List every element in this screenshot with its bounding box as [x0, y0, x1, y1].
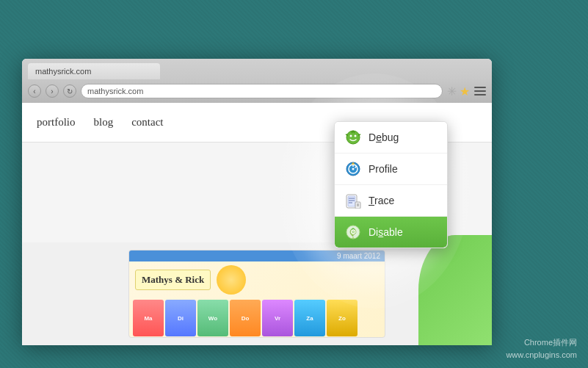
- footer-line2: www.cnplugins.com: [506, 349, 577, 361]
- svg-point-1: [350, 135, 352, 137]
- calendar-image: 9 maart 2012 Mathys & Rick Ma Di Wo Do V…: [128, 250, 385, 338]
- calendar-day: Do: [230, 300, 261, 336]
- trace-icon: [345, 192, 361, 209]
- green-blob: [418, 235, 492, 345]
- calendar-day: Ma: [133, 300, 164, 336]
- browser-toolbar: ‹ › ↻ mathysrick.com ✳ ★: [22, 79, 492, 103]
- browser-chrome: mathysrick.com ‹ › ↻ mathysrick.com ✳ ★: [22, 59, 492, 103]
- dropdown-menu: Debug Profile: [334, 121, 448, 248]
- dropdown-item-disable[interactable]: ⚙ Disable: [335, 217, 447, 248]
- calendar-day: Za: [294, 300, 325, 336]
- calendar-day: Di: [165, 300, 196, 336]
- forward-button[interactable]: ›: [46, 84, 59, 98]
- profile-label: Profile: [369, 163, 398, 175]
- bookmark-star-icon[interactable]: ★: [460, 84, 470, 98]
- svg-point-21: [352, 237, 354, 239]
- svg-line-5: [346, 134, 348, 135]
- nav-item-contact[interactable]: contact: [131, 116, 163, 129]
- address-bar[interactable]: mathysrick.com: [81, 84, 443, 98]
- sun-icon: [217, 265, 246, 295]
- toolbar-icons: ✳ ★: [447, 84, 486, 98]
- svg-rect-13: [348, 196, 355, 206]
- svg-text:⚙: ⚙: [350, 228, 356, 236]
- debug-icon: [345, 129, 361, 145]
- calendar-days: Ma Di Wo Do Vr Za Zo: [129, 298, 385, 338]
- nav-item-portfolio[interactable]: portfolio: [37, 116, 76, 129]
- footer-text: Chrome插件网 www.cnplugins.com: [506, 336, 577, 361]
- calendar-date: 9 maart 2012: [129, 250, 385, 261]
- browser-tabs-bar: mathysrick.com: [22, 59, 492, 79]
- refresh-button[interactable]: ↻: [63, 84, 76, 98]
- nav-item-blog[interactable]: blog: [94, 116, 114, 129]
- dropdown-item-debug[interactable]: Debug: [335, 122, 447, 154]
- calendar-title: Mathys & Rick: [142, 274, 204, 286]
- dropdown-item-trace[interactable]: Trace: [335, 185, 447, 217]
- calendar-day: Wo: [197, 300, 228, 336]
- svg-point-0: [346, 131, 360, 144]
- trace-label: Trace: [369, 195, 394, 206]
- asterisk-icon[interactable]: ✳: [447, 84, 457, 98]
- footer-line1: Chrome插件网: [506, 336, 577, 349]
- dropdown-item-profile[interactable]: Profile: [335, 154, 447, 185]
- browser-tab[interactable]: mathysrick.com: [28, 63, 160, 79]
- profile-icon: [345, 161, 361, 177]
- disable-icon: ⚙: [345, 224, 361, 240]
- calendar-day: Vr: [262, 300, 293, 336]
- svg-point-9: [352, 168, 355, 170]
- svg-line-6: [358, 134, 360, 135]
- disable-label: Disable: [369, 226, 403, 238]
- back-button[interactable]: ‹: [28, 84, 41, 98]
- debug-label: Debug: [369, 131, 399, 143]
- tab-label: mathysrick.com: [35, 67, 91, 76]
- calendar-day: Zo: [327, 300, 357, 336]
- menu-button[interactable]: [474, 87, 486, 95]
- svg-point-2: [355, 135, 357, 137]
